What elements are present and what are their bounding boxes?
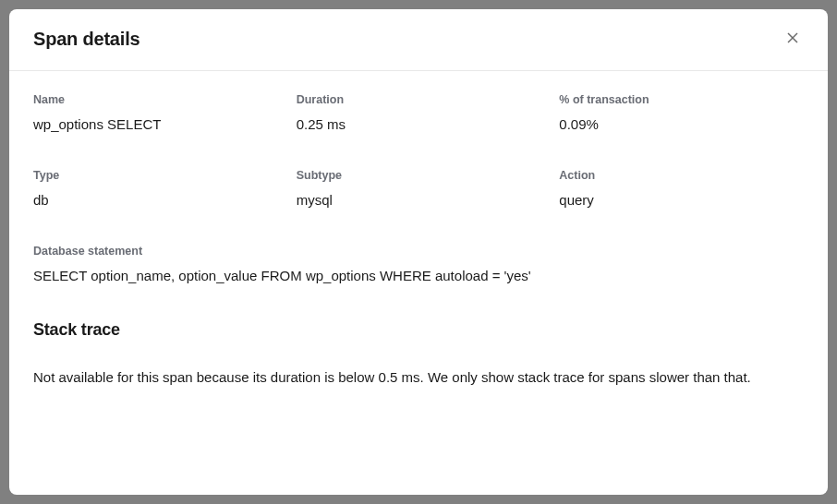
field-action: Action query: [559, 169, 804, 208]
details-grid: Name wp_options SELECT Duration 0.25 ms …: [33, 93, 804, 208]
stack-trace-message: Not available for this span because its …: [33, 367, 804, 389]
field-label: Type: [33, 169, 278, 182]
panel-body: Name wp_options SELECT Duration 0.25 ms …: [9, 71, 828, 495]
field-value: mysql: [297, 192, 541, 208]
field-type: Type db: [33, 169, 278, 208]
field-pct-transaction: % of transaction 0.09%: [559, 93, 804, 132]
field-value: 0.25 ms: [297, 116, 541, 132]
field-label: Database statement: [33, 245, 804, 258]
field-label: Duration: [297, 93, 541, 106]
field-label: Action: [559, 169, 804, 182]
field-db-statement: Database statement SELECT option_name, o…: [33, 245, 804, 283]
stack-trace-heading: Stack trace: [33, 320, 804, 340]
span-details-panel: Span details Name wp_options SELECT Dura…: [9, 9, 828, 495]
field-value: wp_options SELECT: [33, 116, 278, 132]
close-button[interactable]: [782, 28, 804, 50]
panel-header: Span details: [9, 9, 828, 71]
field-label: % of transaction: [559, 93, 804, 106]
field-value: query: [559, 192, 804, 208]
field-value: 0.09%: [559, 116, 804, 132]
field-subtype: Subtype mysql: [297, 169, 541, 208]
field-value: db: [33, 192, 278, 208]
panel-title: Span details: [33, 29, 140, 50]
close-icon: [787, 32, 798, 46]
field-label: Name: [33, 93, 278, 106]
field-label: Subtype: [297, 169, 541, 182]
field-value: SELECT option_name, option_value FROM wp…: [33, 268, 804, 283]
field-name: Name wp_options SELECT: [33, 93, 278, 132]
field-duration: Duration 0.25 ms: [297, 93, 541, 132]
